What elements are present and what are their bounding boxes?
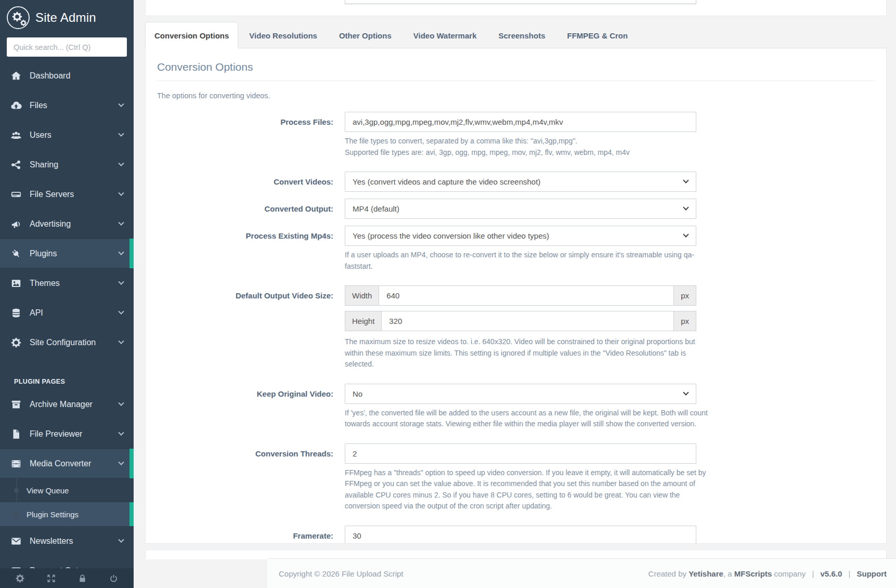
support-link[interactable]: Support xyxy=(857,569,887,578)
form-row-keep-original-video: Keep Original Video: No If 'yes', the co… xyxy=(157,384,875,437)
chevron-down-icon xyxy=(118,338,124,344)
image-icon xyxy=(9,277,23,290)
heading-divider xyxy=(157,81,875,81)
lock-icon[interactable] xyxy=(77,572,88,584)
chevron-down-icon xyxy=(118,279,124,284)
converted-output-select[interactable]: MP4 (default) xyxy=(345,199,696,219)
height-input[interactable] xyxy=(381,311,674,331)
film-icon xyxy=(9,458,23,470)
conversion-threads-label: Conversion Threads: xyxy=(157,443,345,519)
height-input-group: Height px xyxy=(345,311,696,331)
sidebar-subitem-plugin-settings[interactable]: Plugin Settings xyxy=(0,502,134,526)
share-icon xyxy=(9,159,23,171)
sidebar-item-themes[interactable]: Themes xyxy=(0,268,134,298)
plugin-pages-section-label: PLUGIN PAGES xyxy=(14,378,134,385)
sidebar-item-media-converter[interactable]: Media Converter xyxy=(0,449,134,478)
chevron-down-icon xyxy=(118,160,124,166)
form-row-process-existing-mp4s: Process Existing Mp4s: Yes (process the … xyxy=(157,226,875,279)
tab-screenshots[interactable]: Screenshots xyxy=(487,22,556,48)
settings-card: Conversion Options Video Resolutions Oth… xyxy=(145,22,887,544)
form-row-default-output-video-size: Default Output Video Size: Width px Heig… xyxy=(157,285,875,377)
sidebar-item-files[interactable]: Files xyxy=(0,90,134,120)
width-unit-label: px xyxy=(674,285,696,306)
sidebar-nav: Dashboard Files Users xyxy=(0,61,134,585)
sidebar-item-plugins[interactable]: Plugins xyxy=(0,239,134,268)
chevron-down-icon xyxy=(118,308,124,314)
database-icon xyxy=(9,307,23,319)
tab-other-options[interactable]: Other Options xyxy=(328,22,402,48)
quick-search-input[interactable] xyxy=(7,37,127,57)
chevron-down-icon xyxy=(118,459,124,465)
convert-videos-select[interactable]: Yes (convert videos and capture the vide… xyxy=(345,172,696,192)
sidebar-item-archive-manager[interactable]: Archive Manager xyxy=(0,389,134,419)
tab-video-resolutions[interactable]: Video Resolutions xyxy=(238,22,328,48)
converted-output-label: Converted Output: xyxy=(157,199,345,219)
process-existing-mp4s-select[interactable]: Yes (process the video conversion like o… xyxy=(345,226,696,246)
chevron-down-icon xyxy=(118,101,124,107)
chevron-down-icon xyxy=(118,130,124,136)
conversion-threads-input[interactable] xyxy=(345,443,696,464)
tab-conversion-options[interactable]: Conversion Options xyxy=(145,22,238,48)
cloud-upload-icon xyxy=(9,99,23,112)
process-files-input[interactable] xyxy=(345,112,696,132)
sidebar-item-newsletters[interactable]: Newsletters xyxy=(0,526,134,556)
power-icon[interactable] xyxy=(108,572,120,584)
framerate-input[interactable] xyxy=(345,526,696,544)
default-output-video-size-help: The maximum size to resize videos to. i.… xyxy=(345,336,709,370)
framerate-label: Framerate: xyxy=(157,526,345,544)
process-existing-mp4s-label: Process Existing Mp4s: xyxy=(157,226,345,279)
sidebar-subitem-view-queue[interactable]: View Queue xyxy=(0,478,134,502)
company-link[interactable]: MFScripts xyxy=(734,569,772,578)
tab-bar: Conversion Options Video Resolutions Oth… xyxy=(145,22,887,48)
sidebar-item-file-servers[interactable]: File Servers xyxy=(0,179,134,209)
page-footer: Copyright © 2026 File Upload Script Crea… xyxy=(267,558,896,588)
media-converter-submenu: View Queue Plugin Settings xyxy=(0,478,134,526)
cropped-input-fragment[interactable] xyxy=(345,0,696,4)
sidebar-item-users[interactable]: Users xyxy=(0,120,134,150)
tab-video-watermark[interactable]: Video Watermark xyxy=(402,22,488,48)
app-title: Site Admin xyxy=(35,10,96,25)
sidebar-item-sharing[interactable]: Sharing xyxy=(0,150,134,179)
chevron-down-icon xyxy=(118,537,124,542)
panel-heading: Conversion Options xyxy=(157,61,875,73)
archive-icon xyxy=(9,398,23,411)
envelope-icon xyxy=(9,535,23,547)
cropped-card-above xyxy=(145,0,887,16)
keep-original-video-help: If 'yes', the converted file will be add… xyxy=(345,408,709,430)
process-files-help: The file types to convert, separated by … xyxy=(345,136,709,158)
sidebar-item-api[interactable]: API xyxy=(0,298,134,328)
sidebar-item-site-configuration[interactable]: Site Configuration xyxy=(0,328,134,357)
conversion-options-panel: Conversion Options The options for conve… xyxy=(145,48,887,544)
form-row-process-files: Process Files: The file types to convert… xyxy=(157,112,875,165)
sidebar-item-file-previewer[interactable]: File Previewer xyxy=(0,419,134,449)
panel-intro: The options for converting videos. xyxy=(157,92,875,100)
expand-icon[interactable] xyxy=(45,572,57,584)
server-icon xyxy=(9,188,23,201)
sidebar-item-dashboard[interactable]: Dashboard xyxy=(0,61,134,90)
copyright-text: Copyright © 2026 File Upload Script xyxy=(279,569,404,578)
bullhorn-icon xyxy=(9,218,23,230)
sidebar-bottom-bar xyxy=(0,568,134,588)
keep-original-video-select[interactable]: No xyxy=(345,384,696,404)
chevron-down-icon xyxy=(118,429,124,435)
process-existing-mp4s-help: If a user uploads an MP4, choose to re-c… xyxy=(345,250,709,272)
width-input[interactable] xyxy=(379,285,674,306)
width-input-group: Width px xyxy=(345,285,696,306)
gear-icon xyxy=(9,336,23,349)
chevron-down-icon xyxy=(118,400,124,406)
tab-ffmpeg-cron[interactable]: FFMPEG & Cron xyxy=(556,22,639,48)
chevron-down-icon xyxy=(118,219,124,225)
form-row-conversion-threads: Conversion Threads: FFMpeg has a "thread… xyxy=(157,443,875,519)
credits-text: Created by Yetishare, a MFScripts compan… xyxy=(648,569,887,578)
sidebar-item-advertising[interactable]: Advertising xyxy=(0,209,134,239)
height-addon-label: Height xyxy=(345,311,381,331)
form-row-convert-videos: Convert Videos: Yes (convert videos and … xyxy=(157,172,875,192)
process-files-label: Process Files: xyxy=(157,112,345,165)
default-output-video-size-label: Default Output Video Size: xyxy=(157,285,345,377)
gear-icon[interactable] xyxy=(14,572,25,584)
sidebar: Site Admin Dashboard Files xyxy=(0,0,134,588)
form-row-framerate: Framerate: Use this to set the framerate… xyxy=(157,526,875,544)
vendor-link[interactable]: Yetishare xyxy=(689,569,723,578)
home-icon xyxy=(9,70,23,82)
convert-videos-label: Convert Videos: xyxy=(157,172,345,192)
